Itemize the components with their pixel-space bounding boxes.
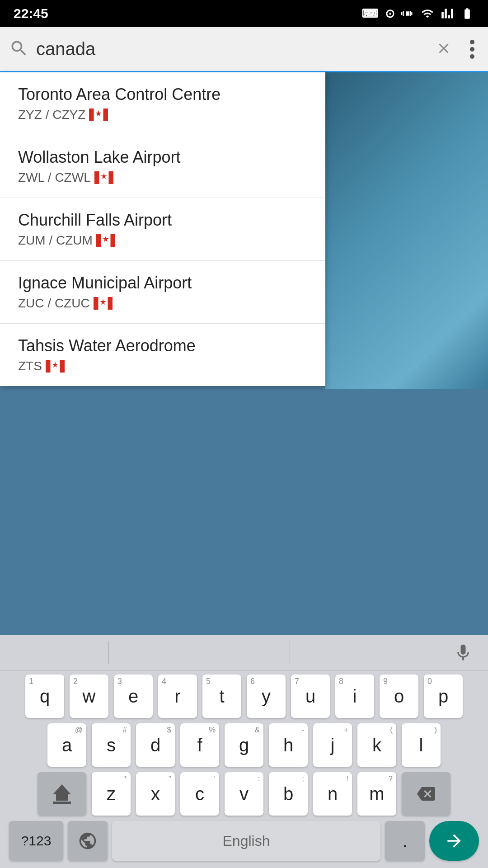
key-g[interactable]: &g (225, 723, 263, 767)
key-y[interactable]: 6y (247, 675, 286, 718)
key-s[interactable]: #s (92, 723, 131, 767)
num-symbols-key[interactable]: ?123 (9, 821, 63, 861)
airport-name: Ignace Municipal Airport (18, 274, 307, 292)
enter-key[interactable] (429, 821, 479, 861)
key-h[interactable]: -h (269, 723, 308, 767)
period-key[interactable]: . (385, 821, 425, 861)
vibrate-icon (401, 7, 414, 20)
key-e[interactable]: 3e (114, 675, 153, 718)
airport-code: ZYZ / CZYZ (18, 108, 307, 122)
keyboard-dividers (18, 642, 438, 664)
svg-rect-10 (110, 234, 115, 247)
svg-rect-2 (103, 108, 108, 121)
shift-icon (53, 784, 71, 804)
signal-icon (441, 7, 454, 20)
key-b[interactable]: ;b (269, 772, 308, 816)
key-u[interactable]: 7u (291, 675, 330, 718)
shift-key[interactable] (38, 772, 86, 816)
key-n[interactable]: !n (313, 772, 352, 816)
key-row-3: *z "x 'c :v ;b !n ?m (5, 772, 483, 816)
search-dropdown: Toronto Area Control Centre ZYZ / CZYZ W… (0, 72, 325, 386)
language-key[interactable] (68, 821, 108, 861)
status-icons: ⌨ ⊙ (361, 7, 474, 21)
airport-name: Tahsis Water Aerodrome (18, 336, 307, 355)
kbd-divider-right (290, 642, 290, 664)
more-options-button[interactable] (465, 35, 479, 63)
key-a[interactable]: @a (47, 723, 86, 767)
key-w[interactable]: 2w (70, 675, 108, 718)
svg-rect-9 (96, 234, 101, 247)
dot2 (470, 47, 474, 52)
key-m[interactable]: ?m (357, 772, 396, 816)
airport-code: ZUC / CZUC (18, 296, 307, 311)
airport-code: ZWL / CZWL (18, 170, 307, 185)
canada-flag-icon (46, 360, 65, 373)
backspace-icon (417, 785, 435, 803)
list-item[interactable]: Tahsis Water Aerodrome ZTS (0, 324, 325, 386)
canada-flag-icon (94, 297, 113, 310)
key-v[interactable]: :v (225, 772, 263, 816)
svg-rect-17 (46, 360, 51, 373)
key-p[interactable]: 0p (424, 675, 463, 718)
battery-icon (460, 7, 474, 20)
key-k[interactable]: (k (357, 723, 396, 767)
list-item[interactable]: Ignace Municipal Airport ZUC / CZUC (0, 261, 325, 324)
list-item[interactable]: Toronto Area Control Centre ZYZ / CZYZ (0, 72, 325, 135)
svg-rect-6 (108, 171, 113, 184)
airport-name: Wollaston Lake Airport (18, 148, 307, 167)
search-icon (9, 38, 29, 60)
kbd-divider-left (108, 642, 109, 664)
key-z[interactable]: *z (92, 772, 131, 816)
airport-code: ZTS (18, 359, 307, 373)
dot1 (470, 40, 474, 44)
key-row-1: 1q 2w 3e 4r 5t 6y 7u 8i 9o 0p (5, 675, 483, 718)
keyboard-rows: 1q 2w 3e 4r 5t 6y 7u 8i 9o 0p @a #s $d %… (0, 671, 488, 863)
key-t[interactable]: 5t (202, 675, 241, 718)
canada-flag-icon (89, 108, 108, 121)
key-o[interactable]: 9o (380, 675, 418, 718)
enter-icon (444, 831, 464, 851)
airport-name: Toronto Area Control Centre (18, 85, 307, 104)
svg-rect-5 (94, 171, 99, 184)
background-image (325, 72, 488, 389)
svg-rect-13 (94, 297, 99, 310)
space-key[interactable]: English (112, 821, 380, 861)
canada-flag-icon (94, 171, 113, 184)
key-f[interactable]: %f (180, 723, 219, 767)
key-j[interactable]: +j (313, 723, 352, 767)
key-x[interactable]: "x (136, 772, 175, 816)
list-item[interactable]: Wollaston Lake Airport ZWL / CZWL (0, 135, 325, 198)
svg-rect-18 (60, 360, 65, 373)
keyboard-top-bar (0, 635, 488, 671)
status-bar: 22:45 ⌨ ⊙ (0, 0, 488, 27)
microphone-button[interactable] (447, 637, 479, 669)
key-q[interactable]: 1q (25, 675, 64, 718)
key-d[interactable]: $d (136, 723, 175, 767)
key-row-2: @a #s $d %f &g -h +j (k )l (5, 723, 483, 767)
search-input[interactable] (36, 39, 427, 59)
status-time: 22:45 (14, 6, 48, 21)
svg-rect-14 (108, 297, 113, 310)
backspace-key[interactable] (402, 772, 450, 816)
key-r[interactable]: 4r (158, 675, 197, 718)
list-item[interactable]: Churchill Falls Airport ZUM / CZUM (0, 198, 325, 261)
key-i[interactable]: 8i (335, 675, 374, 718)
canada-flag-icon (96, 234, 115, 247)
dot3 (470, 54, 474, 59)
keyboard: 1q 2w 3e 4r 5t 6y 7u 8i 9o 0p @a #s $d %… (0, 635, 488, 868)
search-bar (0, 27, 488, 72)
keyboard-bottom-row: ?123 English . (5, 821, 483, 863)
key-c[interactable]: 'c (180, 772, 219, 816)
globe-icon (78, 831, 98, 851)
airport-name: Churchill Falls Airport (18, 211, 307, 230)
keyboard-icon: ⌨ (361, 7, 379, 21)
record-icon: ⊙ (385, 7, 395, 21)
svg-rect-1 (89, 108, 94, 121)
airport-code: ZUM / CZUM (18, 233, 307, 248)
clear-button[interactable] (427, 36, 461, 63)
wifi-icon (420, 7, 435, 20)
key-l[interactable]: )l (402, 723, 441, 767)
